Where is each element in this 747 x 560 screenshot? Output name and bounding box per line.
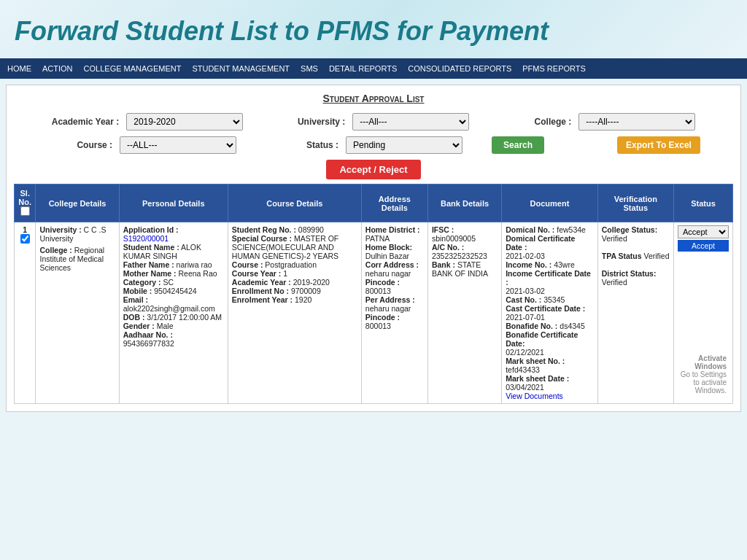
main-content: Student Approval List Academic Year : 20…	[6, 85, 741, 412]
cell-verification-status: College Status: Verified TPA Status Veri…	[597, 222, 673, 404]
search-button[interactable]: Search	[492, 136, 544, 154]
nav-action[interactable]: ACTION	[42, 64, 73, 73]
cell-address-details: Home District : PATNA Home Block: Dulhin…	[361, 222, 427, 404]
status-select[interactable]: Pending	[346, 136, 462, 154]
th-course-details: Course Details	[228, 184, 361, 222]
th-bank-details: Bank Details	[427, 184, 501, 222]
nav-detail-reports[interactable]: DETAIL REPORTS	[329, 64, 397, 73]
cell-status: Select Accept Reject Accept Activate Win…	[673, 222, 732, 404]
filter-row-2: Course : --ALL--- Status : Pending Searc…	[14, 136, 733, 154]
table-row: 1 University : C C .S University College…	[15, 222, 733, 404]
college-label-cell: College :	[39, 246, 71, 254]
th-status: Status	[673, 184, 732, 222]
table-container: Sl. No. College Details Personal Details…	[14, 184, 733, 404]
select-all-checkbox[interactable]	[20, 206, 30, 216]
college-label: College :	[506, 117, 571, 127]
nav-student-management[interactable]: STUDENT MANAGEMENT	[192, 64, 290, 73]
status-label: Status :	[273, 140, 338, 150]
course-select[interactable]: --ALL---	[120, 136, 236, 154]
view-documents-link[interactable]: View Documents	[506, 392, 563, 400]
form-title: Student Approval List	[14, 93, 733, 104]
nav-college-management[interactable]: COLLEGE MANAGEMENT	[84, 64, 182, 73]
cell-personal-details: Application Id : S1920/00001 Student Nam…	[119, 222, 228, 404]
student-table: Sl. No. College Details Personal Details…	[14, 184, 733, 404]
filter-row-1: Academic Year : 2019-2020 University : -…	[14, 113, 733, 131]
academic-year-label: Academic Year :	[52, 117, 120, 127]
academic-year-select[interactable]: 2019-2020	[126, 113, 243, 131]
cell-document: Domical No. : few534e Domical Certificat…	[502, 222, 598, 404]
page-title: Forward Student List to PFMS for Payment	[0, 0, 747, 58]
accept-reject-button[interactable]: Accept / Reject	[326, 160, 420, 179]
export-button[interactable]: Export To Excel	[617, 136, 700, 154]
status-dropdown[interactable]: Select Accept Reject Accept	[678, 225, 729, 252]
th-college-details: College Details	[36, 184, 119, 222]
app-id-link[interactable]: S1920/00001	[123, 234, 169, 243]
cell-course-details: Student Reg No. : 089990 Special Course …	[228, 222, 361, 404]
nav-sms[interactable]: SMS	[301, 64, 318, 73]
status-select-row[interactable]: Select Accept Reject	[678, 225, 729, 238]
cell-sl-no: 1	[15, 222, 36, 404]
course-label: Course :	[47, 140, 112, 150]
university-select[interactable]: ---All---	[352, 113, 469, 131]
nav-home[interactable]: HOME	[7, 64, 31, 73]
cell-bank-details: IFSC : sbin0009005 A/C No. : 23523252325…	[427, 222, 501, 404]
navbar: HOME ACTION COLLEGE MANAGEMENT STUDENT M…	[0, 58, 747, 79]
th-address-details: Address Details	[361, 184, 427, 222]
accept-highlight: Accept	[678, 240, 729, 252]
university-label: University :	[279, 117, 345, 127]
activate-watermark: Activate Windows Go to Settings to activ…	[674, 354, 727, 394]
th-document: Document	[502, 184, 598, 222]
th-sl-no: Sl. No.	[15, 184, 36, 222]
row-checkbox[interactable]	[20, 234, 30, 244]
nav-consolidated-reports[interactable]: CONSOLIDATED REPORTS	[408, 64, 511, 73]
university-label-cell: University :	[39, 225, 81, 234]
college-select[interactable]: ----All----	[578, 113, 695, 131]
th-personal-details: Personal Details	[119, 184, 228, 222]
nav-pfms-reports[interactable]: PFMS REPORTS	[522, 64, 586, 73]
th-verification-status: Verification Status	[597, 184, 673, 222]
cell-college-details: University : C C .S University College :…	[36, 222, 119, 404]
